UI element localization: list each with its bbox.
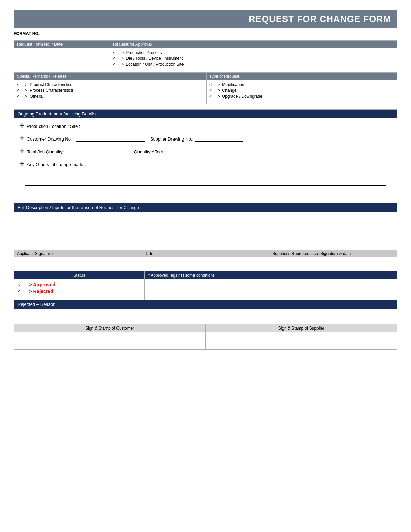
any-others-label: Any Others , if change made : (27, 162, 86, 167)
special-bracket-3: < (17, 94, 19, 99)
customer-stamp-cell: Sign & Stamp of Customer (14, 324, 206, 349)
quantity-affect-label: Quantity Affect : (134, 149, 166, 154)
status-section: Status < > Approved < > Rejected If Appr… (14, 271, 397, 300)
special-bracket-1: < (17, 82, 19, 87)
type-of-request-header: Type of Request (207, 73, 397, 80)
request-form-body (14, 48, 110, 72)
special-arrow-3: > (21, 94, 27, 99)
special-label-1: Product Characteristics (30, 82, 72, 87)
production-location-line (81, 129, 391, 129)
supplier-sig-cell: Supplier's Representative Signature & da… (269, 250, 397, 271)
text-line-3 (25, 189, 386, 195)
status-approved-row: < > Approved (18, 282, 141, 287)
field-icon-4: ✛ (20, 160, 24, 167)
field-icon-1: ✛ (20, 122, 24, 129)
date-sig-cell: Date (142, 250, 270, 271)
supplier-stamp-header: Sign & Stamp of Supplier (206, 324, 397, 332)
special-remarks-body: < > Product Characteristics < > Process … (14, 80, 206, 104)
stamp-section: Sign & Stamp of Customer Sign & Stamp of… (14, 324, 397, 350)
customer-drawing-line (76, 141, 145, 142)
text-lines-area (20, 170, 391, 195)
total-job-line (65, 154, 127, 154)
type-arrow-3: > (213, 94, 220, 99)
status-right: If Approved, against some conditions (145, 271, 397, 300)
quantity-affect-line (167, 154, 215, 154)
date-sig-header: Date (142, 250, 269, 257)
approval-label-2: Die / Tools , Device, Instrument (126, 56, 183, 61)
status-left: Status < > Approved < > Rejected (14, 271, 145, 300)
format-no: FORMAT NO. (14, 31, 397, 36)
request-form-header: Request Form No. / Date (14, 41, 110, 48)
special-item-2: < > Process Characteristics (17, 88, 203, 93)
supplier-sig-body (269, 257, 397, 271)
special-item-1: < > Product Characteristics (17, 82, 203, 87)
approval-item-2: < > Die / Tools , Device, Instrument (113, 56, 394, 61)
drawing-row: ✛ Customer Drawing No. : Supplier Drawin… (20, 135, 391, 142)
supplier-drawing-label: Supplier Drawing No.: (150, 136, 193, 142)
total-job-label: Total Job Quantity: (27, 149, 64, 154)
quantity-row: ✛ Total Job Quantity: Quantity Affect : (20, 148, 391, 154)
rejected-section: Rejected – Reason (14, 300, 397, 324)
type-label-3: Upgrade / Downgrade (222, 94, 262, 99)
second-section: Special Remarks / Release < > Product Ch… (14, 73, 397, 104)
rejected-label: > Rejected (29, 289, 53, 294)
arrow-2: > (117, 56, 124, 61)
approval-label-1: Production Process (126, 50, 162, 55)
special-arrow-2: > (21, 88, 27, 93)
rejected-bracket: < (18, 289, 20, 294)
arrow-1: > (117, 50, 124, 55)
applicant-sig-cell: Applicant Signature (14, 250, 142, 271)
type-label-2: Change (222, 88, 236, 93)
description-header: Full Description / Inputs for the reason… (14, 203, 397, 212)
approval-body: < > Production Process < > Die / Tools ,… (110, 48, 397, 72)
second-right: Type of Request < > Modification < > Cha… (207, 73, 397, 104)
signature-section: Applicant Signature Date Supplier's Repr… (14, 250, 397, 271)
approved-bracket: < (18, 282, 20, 287)
supplier-sig-header: Supplier's Representative Signature & da… (269, 250, 397, 257)
text-line-2 (25, 179, 386, 186)
approved-label: > Approved (29, 282, 55, 287)
production-location-label: Production Location / Site : (27, 124, 80, 129)
ongoing-header: Ongoing Product manufacturing Details (14, 110, 397, 118)
ongoing-body: ✛ Production Location / Site : ✛ Custome… (14, 118, 397, 203)
supplier-stamp-body (206, 332, 397, 349)
if-approved-body (145, 279, 397, 300)
approval-label-3: Location / Unit / Production Site (126, 62, 184, 67)
supplier-drawing-line (195, 141, 243, 142)
customer-stamp-body (14, 332, 206, 349)
type-item-1: < > Modification (209, 82, 394, 87)
approval-header: Request for Approval (110, 41, 397, 48)
bracket-3: < (113, 62, 115, 67)
status-options: < > Approved < > Rejected (14, 279, 144, 300)
status-header: Status (14, 271, 144, 279)
second-left: Special Remarks / Release < > Product Ch… (14, 73, 207, 104)
type-arrow-2: > (213, 88, 220, 93)
status-rejected-row: < > Rejected (18, 289, 141, 294)
customer-drawing-label: Customer Drawing No. : (27, 136, 75, 142)
type-bracket-1: < (209, 82, 212, 87)
top-left: Request Form No. / Date (14, 41, 110, 72)
description-body (14, 212, 397, 250)
text-line-1 (25, 170, 386, 176)
rejected-reason-header: Rejected – Reason (14, 300, 397, 309)
bracket-2: < (113, 56, 115, 61)
top-section: Request Form No. / Date Request for Appr… (14, 40, 397, 73)
page-title: REQUEST FOR CHANGE FORM (14, 10, 397, 28)
customer-stamp-header: Sign & Stamp of Customer (14, 324, 206, 332)
special-item-3: < > Others.... (17, 94, 203, 99)
special-label-2: Process Characteristics (30, 88, 73, 93)
applicant-sig-body (14, 257, 142, 271)
special-remarks-header: Special Remarks / Release (14, 73, 206, 80)
field-icon-2: ✛ (20, 135, 24, 142)
approval-item-1: < > Production Process (113, 50, 394, 55)
type-arrow-1: > (213, 82, 220, 87)
type-bracket-2: < (209, 88, 212, 93)
ongoing-section: Ongoing Product manufacturing Details ✛ … (14, 109, 397, 203)
date-sig-body (142, 257, 269, 271)
type-item-3: < > Upgrade / Downgrade (209, 94, 394, 99)
if-approved-header: If Approved, against some conditions (145, 271, 397, 279)
arrow-3: > (117, 62, 124, 67)
type-bracket-3: < (209, 94, 212, 99)
bracket-1: < (113, 50, 115, 55)
special-arrow-1: > (21, 82, 27, 87)
